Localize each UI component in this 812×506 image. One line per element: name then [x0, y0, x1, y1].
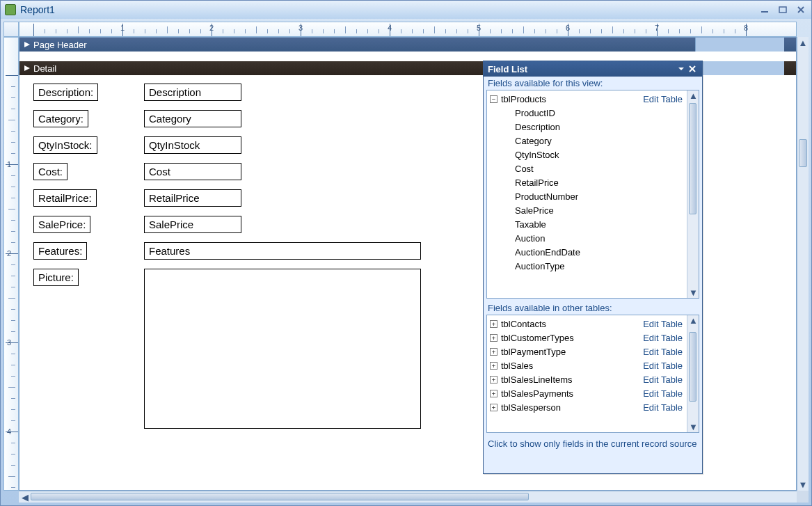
titlebar[interactable]: Report1: [1, 1, 811, 19]
expand-icon[interactable]: +: [490, 404, 497, 411]
field-list-other[interactable]: +tblContactsEdit Table+tblCustomerTypesE…: [487, 315, 687, 432]
field-list-footer-link[interactable]: Click to show only fields in the current…: [484, 436, 702, 452]
field-node[interactable]: AuctionEndDate: [487, 245, 687, 259]
field-label[interactable]: Features:: [33, 242, 87, 260]
edit-table-link[interactable]: Edit Table: [643, 361, 683, 371]
expand-icon[interactable]: +: [490, 348, 497, 356]
section-icon: [24, 63, 31, 74]
field-node[interactable]: ProductID: [487, 106, 687, 120]
field-node[interactable]: Category: [487, 134, 687, 148]
edit-table-link[interactable]: Edit Table: [643, 319, 683, 329]
scroll-down-icon[interactable]: ▼: [688, 287, 699, 298]
edit-table-link[interactable]: Edit Table: [643, 402, 683, 413]
field-label[interactable]: QtyInStock:: [33, 136, 97, 154]
table-node[interactable]: +tblSalesPaymentsEdit Table: [487, 386, 687, 400]
report-icon: [5, 4, 16, 15]
table-node[interactable]: +tblSalesEdit Table: [487, 358, 687, 372]
bound-textbox[interactable]: Category: [144, 110, 241, 127]
field-node[interactable]: AuctionType: [487, 259, 687, 273]
scroll-down-icon[interactable]: ▼: [797, 479, 809, 491]
field-node[interactable]: QtyInStock: [487, 148, 687, 161]
table-node[interactable]: +tblSalesLineItemsEdit Table: [487, 372, 687, 386]
expand-icon[interactable]: +: [490, 362, 497, 370]
expand-icon[interactable]: +: [490, 320, 497, 328]
window-title: Report1: [20, 4, 758, 15]
bound-textbox[interactable]: SalePrice: [144, 216, 241, 233]
scroll-thumb[interactable]: [689, 332, 696, 402]
svg-rect-1: [779, 7, 786, 13]
section-label: Detail: [33, 63, 56, 74]
page-header-body[interactable]: [19, 52, 796, 61]
field-list-caption-current: Fields available for this view:: [484, 77, 702, 90]
field-node[interactable]: RetailPrice: [487, 175, 687, 189]
field-label[interactable]: Description:: [33, 84, 98, 101]
field-list-titlebar[interactable]: Field List: [484, 61, 702, 77]
bound-textbox[interactable]: Cost: [144, 163, 241, 180]
edit-table-link[interactable]: Edit Table: [643, 94, 683, 104]
scroll-up-icon[interactable]: ▲: [688, 90, 699, 101]
edit-table-link[interactable]: Edit Table: [643, 388, 683, 399]
table-node[interactable]: +tblPaymentTypeEdit Table: [487, 345, 687, 358]
vertical-ruler[interactable]: 12345: [3, 37, 19, 491]
scroll-up-icon[interactable]: ▲: [688, 315, 699, 326]
edit-table-link[interactable]: Edit Table: [643, 347, 683, 357]
table-node[interactable]: +tblContactsEdit Table: [487, 317, 687, 331]
vertical-scrollbar[interactable]: ▲ ▼: [797, 37, 809, 491]
bound-textbox[interactable]: Description: [144, 84, 241, 101]
section-label: Page Header: [33, 40, 87, 50]
expand-icon[interactable]: +: [490, 390, 497, 397]
expand-icon[interactable]: +: [490, 376, 497, 384]
minimize-button[interactable]: [758, 5, 771, 15]
field-label[interactable]: RetailPrice:: [33, 189, 97, 207]
collapse-icon[interactable]: −: [490, 95, 497, 103]
field-node[interactable]: SalePrice: [487, 203, 687, 217]
field-label[interactable]: Cost:: [33, 163, 67, 180]
edit-table-link[interactable]: Edit Table: [643, 333, 683, 343]
field-list-current[interactable]: −tblProductsEdit TableProductIDDescripti…: [487, 90, 687, 298]
picture-control[interactable]: [144, 269, 421, 429]
field-list-panel[interactable]: Field List Fields available for this vie…: [483, 61, 703, 474]
section-bar-page-header[interactable]: Page Header: [19, 38, 796, 52]
table-node[interactable]: +tblCustomerTypesEdit Table: [487, 331, 687, 345]
scroll-thumb[interactable]: [689, 103, 696, 214]
expand-icon[interactable]: +: [490, 334, 497, 342]
bound-textbox[interactable]: Features: [144, 242, 421, 260]
ruler-corner[interactable]: [3, 22, 19, 37]
field-node[interactable]: Auction: [487, 231, 687, 245]
field-list-scrollbar[interactable]: ▲ ▼: [687, 315, 699, 432]
dropdown-icon[interactable]: [676, 64, 687, 74]
scroll-left-icon[interactable]: ◀: [19, 491, 31, 503]
horizontal-ruler[interactable]: 12345678: [19, 22, 797, 37]
scroll-thumb[interactable]: [31, 493, 529, 500]
resize-gripper[interactable]: [797, 491, 809, 503]
table-node[interactable]: −tblProductsEdit Table: [487, 92, 687, 106]
close-button[interactable]: [795, 5, 807, 15]
field-label[interactable]: SalePrice:: [33, 216, 90, 233]
bound-textbox[interactable]: RetailPrice: [144, 189, 241, 207]
field-label[interactable]: Category:: [33, 110, 88, 127]
maximize-button[interactable]: [777, 5, 789, 15]
field-list-scrollbar[interactable]: ▲ ▼: [687, 90, 699, 298]
close-icon[interactable]: [687, 64, 698, 74]
field-node[interactable]: Cost: [487, 161, 687, 175]
field-label[interactable]: Picture:: [33, 269, 79, 286]
scroll-down-icon[interactable]: ▼: [688, 422, 699, 432]
field-list-caption-other: Fields available in other tables:: [484, 301, 702, 315]
section-icon: [24, 40, 31, 50]
field-list-title: Field List: [488, 64, 527, 74]
edit-table-link[interactable]: Edit Table: [643, 374, 683, 385]
field-node[interactable]: Taxable: [487, 217, 687, 231]
table-node[interactable]: +tblSalespersonEdit Table: [487, 400, 687, 414]
report-designer-window: Report1 12345678 12345: [0, 0, 812, 506]
scroll-thumb[interactable]: [799, 139, 807, 167]
bound-textbox[interactable]: QtyInStock: [144, 136, 241, 154]
scroll-up-icon[interactable]: ▲: [797, 37, 809, 49]
field-node[interactable]: ProductNumber: [487, 189, 687, 203]
field-node[interactable]: Description: [487, 120, 687, 134]
horizontal-scrollbar[interactable]: ◀ ▶: [19, 491, 809, 503]
